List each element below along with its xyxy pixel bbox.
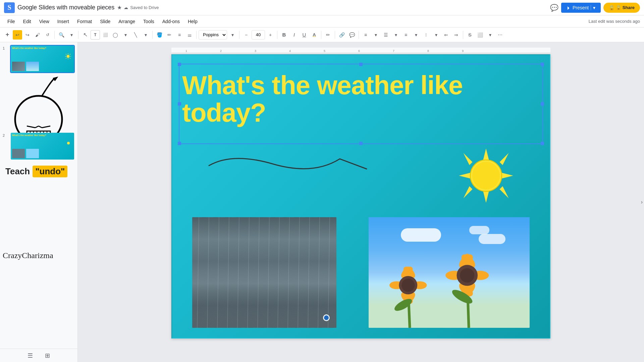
menu-file[interactable]: File bbox=[4, 17, 18, 25]
select-tool[interactable]: ↖ bbox=[80, 30, 90, 40]
comment-button[interactable]: 💬 bbox=[347, 30, 357, 40]
menu-tools[interactable]: Tools bbox=[140, 17, 158, 25]
textbox-tool[interactable]: T bbox=[91, 30, 100, 40]
menu-addons[interactable]: Add-ons bbox=[159, 17, 183, 25]
line-dash-button[interactable]: ⚌ bbox=[185, 30, 194, 40]
menu-help[interactable]: Help bbox=[184, 17, 201, 25]
canvas-area: 1 2 3 4 5 6 7 8 9 What's the bbox=[78, 42, 644, 362]
menu-view[interactable]: View bbox=[36, 17, 53, 25]
insert-button[interactable]: + bbox=[3, 30, 12, 40]
line-tool[interactable]: ╲ bbox=[131, 30, 140, 40]
menu-arrange[interactable]: Arrange bbox=[115, 17, 139, 25]
menu-bar: File Edit View Insert Format Slide Arran… bbox=[0, 15, 644, 27]
link-button[interactable]: 🔗 bbox=[337, 30, 346, 40]
zoom-button[interactable]: 🔍 bbox=[57, 30, 66, 40]
slide-title[interactable]: What's the weather like today? bbox=[182, 72, 540, 127]
star-icon[interactable]: ★ bbox=[117, 4, 122, 11]
more-options-button[interactable]: ⋯ bbox=[495, 30, 505, 40]
line-dropdown[interactable]: ▾ bbox=[141, 30, 150, 40]
handle-bc[interactable] bbox=[359, 142, 363, 145]
align-button[interactable]: ≡ bbox=[361, 30, 370, 40]
font-size-input[interactable]: 40 bbox=[252, 30, 265, 40]
title-bar: S Google Slides with moveable pieces ★ ☁… bbox=[0, 0, 644, 15]
scroll-indicator-right: › bbox=[641, 199, 643, 205]
align-dropdown[interactable]: ▾ bbox=[371, 30, 380, 40]
comments-icon[interactable]: 💬 bbox=[550, 4, 558, 12]
toolbar-divider-2 bbox=[78, 31, 78, 39]
list-button[interactable]: ☰ bbox=[381, 30, 390, 40]
font-family-dropdown[interactable]: ▾ bbox=[228, 30, 237, 40]
bold-button[interactable]: B bbox=[279, 30, 289, 40]
indent-less-button[interactable]: ⇐ bbox=[441, 30, 451, 40]
handle-br[interactable] bbox=[541, 142, 544, 145]
redo-button[interactable]: ↪ bbox=[23, 30, 32, 40]
lock-icon: 🔒 bbox=[609, 5, 614, 10]
numbered-list-dropdown[interactable]: ▾ bbox=[411, 30, 421, 40]
rain-photo[interactable] bbox=[192, 217, 336, 328]
present-dropdown-icon[interactable]: ▾ bbox=[591, 5, 595, 10]
undo-button[interactable]: ↩ bbox=[13, 30, 22, 40]
border-dropdown[interactable]: ▾ bbox=[485, 30, 495, 40]
slide-canvas[interactable]: What's the weather like today? bbox=[171, 54, 550, 339]
decrease-font-button[interactable]: − bbox=[241, 30, 251, 40]
line-weight-button[interactable]: ≡ bbox=[175, 30, 184, 40]
fill-color-button[interactable]: 🪣 bbox=[155, 30, 164, 40]
slide-2-thumbnail[interactable]: What's the weather like today? bbox=[10, 132, 75, 160]
highlight-button[interactable]: ✏ bbox=[323, 30, 333, 40]
sidebar-bottom-controls: ☰ ⊞ bbox=[0, 349, 77, 362]
handle-tl[interactable] bbox=[178, 63, 181, 66]
handle-bl[interactable] bbox=[178, 142, 181, 145]
rotate-button[interactable]: ↺ bbox=[43, 30, 52, 40]
menu-edit[interactable]: Edit bbox=[20, 17, 35, 25]
horizontal-ruler: 1 2 3 4 5 6 7 8 9 bbox=[171, 48, 550, 53]
svg-marker-31 bbox=[500, 186, 509, 198]
numbered-list-button[interactable]: ≡ bbox=[401, 30, 411, 40]
slide-view-grid[interactable]: ⊞ bbox=[43, 351, 52, 360]
shape-dropdown[interactable]: ▾ bbox=[121, 30, 130, 40]
increase-font-button[interactable]: + bbox=[266, 30, 275, 40]
font-color-button[interactable]: A bbox=[310, 30, 319, 40]
border-button[interactable]: ⬜ bbox=[475, 30, 485, 40]
menu-format[interactable]: Format bbox=[74, 17, 95, 25]
slide-view-single[interactable]: ☰ bbox=[25, 351, 35, 360]
svg-marker-25 bbox=[483, 191, 489, 203]
slide-1-thumbnail[interactable]: What's the weather like today? bbox=[10, 45, 75, 73]
svg-line-11 bbox=[35, 126, 39, 128]
share-button[interactable]: 🔒 🔒 Share bbox=[603, 3, 640, 13]
zoom-dropdown[interactable]: ▾ bbox=[67, 30, 76, 40]
sunflower-photo[interactable] bbox=[369, 217, 530, 328]
annotation-area: Teach "undo" bbox=[3, 166, 75, 177]
pen-tool[interactable]: ✏ bbox=[165, 30, 174, 40]
slide-1-number: 1 bbox=[3, 46, 8, 50]
strikethrough-button[interactable]: S bbox=[465, 30, 475, 40]
paint-format-button[interactable]: 🖌 bbox=[33, 30, 42, 40]
handle-tr[interactable] bbox=[541, 63, 544, 66]
svg-line-10 bbox=[27, 126, 35, 128]
list-dropdown[interactable]: ▾ bbox=[391, 30, 400, 40]
svg-line-43 bbox=[288, 217, 289, 328]
menu-insert[interactable]: Insert bbox=[54, 17, 72, 25]
bullet-list-button[interactable]: ⁝ bbox=[421, 30, 431, 40]
slide-1-container: 1 What's the weather like today? bbox=[3, 45, 75, 73]
menu-slide[interactable]: Slide bbox=[97, 17, 114, 25]
handle-ml[interactable] bbox=[178, 102, 181, 106]
bullet-dropdown[interactable]: ▾ bbox=[431, 30, 441, 40]
shape-tool[interactable]: ◯ bbox=[111, 30, 120, 40]
rain-photo-visual bbox=[192, 217, 336, 328]
svg-line-41 bbox=[268, 217, 269, 328]
image-tool[interactable]: ⬜ bbox=[101, 30, 110, 40]
italic-button[interactable]: I bbox=[289, 30, 299, 40]
sun-image[interactable] bbox=[456, 145, 516, 206]
handle-mr[interactable] bbox=[541, 102, 544, 106]
underline-button[interactable]: U bbox=[300, 30, 309, 40]
present-button[interactable]: ⏵ Present ▾ bbox=[561, 3, 601, 13]
handle-tc[interactable] bbox=[359, 63, 363, 66]
font-family-select[interactable]: Poppins bbox=[199, 30, 227, 40]
svg-line-35 bbox=[207, 217, 209, 328]
brand-text: CrazyCharizma bbox=[3, 251, 75, 260]
svg-line-34 bbox=[197, 217, 199, 328]
svg-line-6 bbox=[70, 58, 70, 59]
indent-more-button[interactable]: ⇒ bbox=[451, 30, 461, 40]
svg-marker-26 bbox=[459, 173, 471, 179]
svg-marker-30 bbox=[464, 186, 473, 198]
